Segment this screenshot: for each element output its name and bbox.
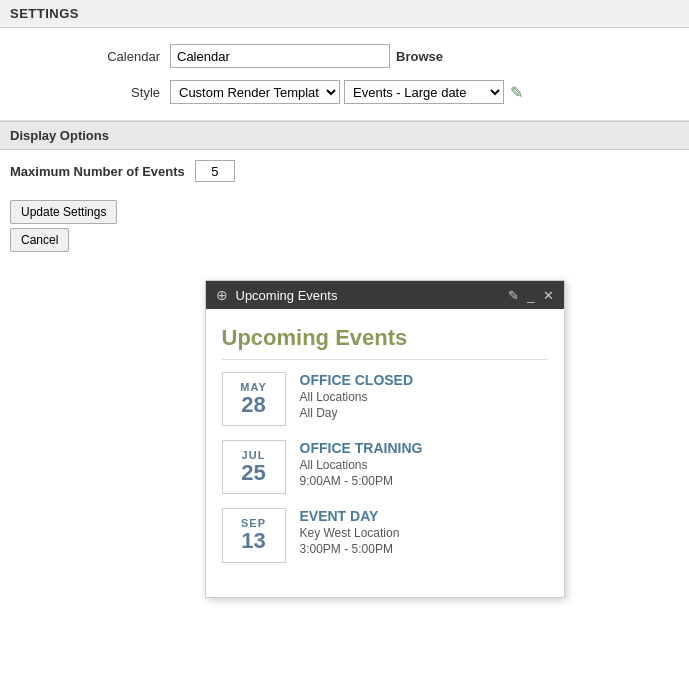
buttons-area: Update Settings Cancel [0, 192, 689, 260]
event-title: OFFICE CLOSED [300, 372, 548, 388]
event-time: All Day [300, 406, 548, 420]
event-item: JUL 25 OFFICE TRAINING All Locations 9:0… [222, 440, 548, 494]
event-date-box: MAY 28 [222, 372, 286, 426]
calendar-input[interactable] [170, 44, 390, 68]
widget-window: ⊕ Upcoming Events ✎ _ ✕ Upcoming Events … [205, 280, 565, 598]
settings-header: SETTINGS [0, 0, 689, 28]
event-location: All Locations [300, 458, 548, 472]
event-item: MAY 28 OFFICE CLOSED All Locations All D… [222, 372, 548, 426]
update-settings-button[interactable]: Update Settings [10, 200, 117, 224]
style-select-1[interactable]: Custom Render Template [170, 80, 340, 104]
event-location: All Locations [300, 390, 548, 404]
max-events-row: Maximum Number of Events [0, 150, 689, 192]
event-item: SEP 13 EVENT DAY Key West Location 3:00P… [222, 508, 548, 562]
cancel-button[interactable]: Cancel [10, 228, 69, 252]
widget-titlebar: ⊕ Upcoming Events ✎ _ ✕ [206, 281, 564, 309]
event-day: 25 [229, 461, 279, 485]
event-day: 28 [229, 393, 279, 417]
widget-controls: ✎ _ ✕ [508, 288, 553, 303]
widget-preview-area: ⊕ Upcoming Events ✎ _ ✕ Upcoming Events … [0, 260, 689, 618]
event-location: Key West Location [300, 526, 548, 540]
style-selects: Custom Render Template Events - Large da… [170, 80, 523, 104]
event-time: 3:00PM - 5:00PM [300, 542, 548, 556]
calendar-row: Calendar Browse [0, 38, 689, 74]
event-title: OFFICE TRAINING [300, 440, 548, 456]
style-row: Style Custom Render Template Events - La… [0, 74, 689, 110]
widget-close-icon[interactable]: ✕ [543, 288, 554, 303]
event-time: 9:00AM - 5:00PM [300, 474, 548, 488]
form-area: Calendar Browse Style Custom Render Temp… [0, 28, 689, 121]
event-details: OFFICE TRAINING All Locations 9:00AM - 5… [300, 440, 548, 488]
style-select-2[interactable]: Events - Large date [344, 80, 504, 104]
event-title: EVENT DAY [300, 508, 548, 524]
event-details: EVENT DAY Key West Location 3:00PM - 5:0… [300, 508, 548, 556]
widget-body: Upcoming Events MAY 28 OFFICE CLOSED All… [206, 309, 564, 597]
max-events-label: Maximum Number of Events [10, 164, 185, 179]
widget-heading: Upcoming Events [222, 325, 548, 360]
widget-title: Upcoming Events [236, 288, 501, 303]
style-label: Style [10, 85, 170, 100]
browse-button[interactable]: Browse [396, 49, 443, 64]
event-day: 13 [229, 529, 279, 553]
widget-minimize-icon[interactable]: _ [527, 288, 534, 303]
move-icon[interactable]: ⊕ [216, 287, 228, 303]
events-container: MAY 28 OFFICE CLOSED All Locations All D… [222, 372, 548, 563]
display-options-header: Display Options [0, 121, 689, 150]
widget-edit-icon[interactable]: ✎ [508, 288, 519, 303]
max-events-input[interactable] [195, 160, 235, 182]
event-details: OFFICE CLOSED All Locations All Day [300, 372, 548, 420]
event-date-box: SEP 13 [222, 508, 286, 562]
edit-template-icon[interactable]: ✎ [510, 83, 523, 102]
calendar-label: Calendar [10, 49, 170, 64]
event-date-box: JUL 25 [222, 440, 286, 494]
